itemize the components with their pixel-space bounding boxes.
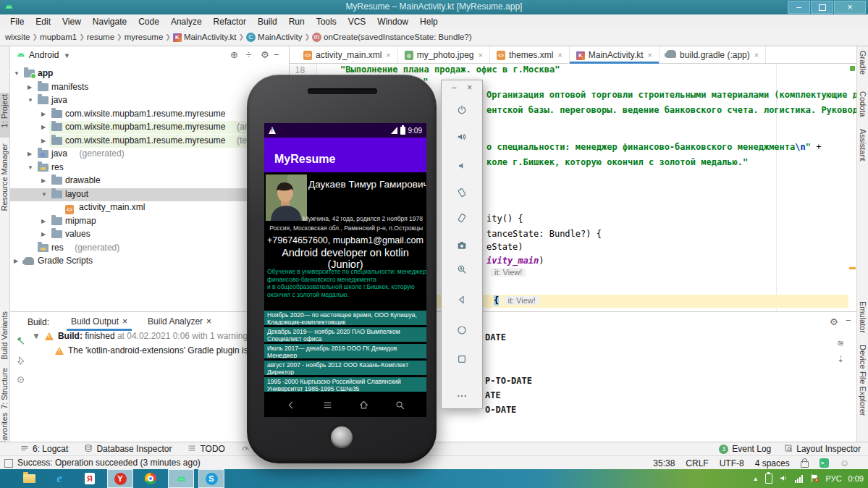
chevron-expanded-icon[interactable]: ▼ xyxy=(28,97,33,104)
pin-icon[interactable] xyxy=(15,355,25,365)
tool-window-corner-icon[interactable] xyxy=(4,459,13,468)
emulator-zoom-button[interactable] xyxy=(453,261,471,278)
caret-position[interactable]: 35:38 xyxy=(653,458,675,468)
breadcrumb-item[interactable]: wixsite xyxy=(3,33,33,41)
tab-my_photo-jpeg[interactable]: ◍my_photo.jpeg× xyxy=(398,46,490,63)
soft-wrap-icon[interactable]: ≋ xyxy=(837,338,844,348)
breadcrumb-item[interactable]: mupbam1 xyxy=(38,33,79,41)
emulator-home-button[interactable] xyxy=(453,321,471,339)
emulator-overview-button[interactable] xyxy=(453,350,471,368)
phone-back-button[interactable] xyxy=(286,400,297,413)
tray-expand-icon[interactable]: ▲ xyxy=(753,476,759,482)
chevron-collapsed-icon[interactable]: ▶ xyxy=(41,177,46,184)
settings-gear-icon[interactable]: ⚙ xyxy=(261,49,269,60)
sidebar-item-gradle[interactable]: Gradle xyxy=(859,51,867,75)
scroll-to-end-icon[interactable]: ⇣ xyxy=(837,354,844,364)
menu-item-refactor[interactable]: Refactor xyxy=(208,17,252,27)
emulator-back-button[interactable] xyxy=(453,291,471,308)
chevron-collapsed-icon[interactable]: ▶ xyxy=(41,231,46,237)
tab-mainactivity-kt[interactable]: KMainActivity.kt× xyxy=(570,46,660,63)
emulator-rotate-right-button[interactable] xyxy=(453,209,471,227)
menu-item-file[interactable]: File xyxy=(4,17,30,27)
breadcrumb-item[interactable]: monCreate(savedInstanceState: Bundle?) xyxy=(310,32,474,42)
close-tab-icon[interactable]: × xyxy=(479,51,483,59)
sidebar-item-7-structure[interactable]: 7: Structure xyxy=(0,368,9,409)
tool-tab-6-logcat[interactable]: 6: Logcat xyxy=(20,444,68,455)
phone-home-button[interactable] xyxy=(358,400,369,413)
menu-item-edit[interactable]: Edit xyxy=(30,17,56,27)
emulator-more-button[interactable] xyxy=(453,387,471,405)
close-tab-icon[interactable]: × xyxy=(754,51,759,59)
sidebar-item-codota[interactable]: Codota xyxy=(859,91,867,117)
menu-item-navigate[interactable]: Navigate xyxy=(87,17,132,27)
menu-item-build[interactable]: Build xyxy=(252,17,283,27)
indent-setting[interactable]: 4 spaces xyxy=(755,458,790,468)
menu-item-tools[interactable]: Tools xyxy=(311,17,342,27)
emulator-screenshot-button[interactable] xyxy=(453,237,471,254)
volume-icon[interactable] xyxy=(779,474,788,484)
tab-themes-xml[interactable]: <>themes.xml× xyxy=(490,46,570,63)
tree-item-manifests[interactable]: ▶manifests xyxy=(10,81,290,94)
tool-tab-database-inspector[interactable]: Database Inspector xyxy=(84,444,172,455)
close-tab-icon[interactable]: × xyxy=(557,51,562,59)
close-tab-icon[interactable]: × xyxy=(648,51,652,59)
menu-item-window[interactable]: Window xyxy=(371,17,414,27)
chevron-collapsed-icon[interactable]: ▶ xyxy=(28,84,32,91)
menu-item-vcs[interactable]: VCS xyxy=(342,17,372,27)
emulator-volume-down-button[interactable] xyxy=(453,157,471,174)
keyboard-language[interactable]: РУС xyxy=(826,474,842,483)
line-ending[interactable]: CRLF xyxy=(686,458,708,468)
build-tree-row[interactable]: The 'kotlin-android-extensions' Gradle p… xyxy=(55,345,273,356)
emulator-screen[interactable]: 9:09 MyResume Даукаев Тимур Г xyxy=(264,123,426,417)
sidebar-item-emulator[interactable]: Emulator xyxy=(859,301,867,333)
network-signal-icon[interactable] xyxy=(795,475,803,483)
chevron-collapsed-icon[interactable]: ▶ xyxy=(41,218,46,224)
maximize-button[interactable] xyxy=(811,1,833,14)
tool-tab-todo[interactable]: TODO xyxy=(187,444,224,455)
build-hammer-icon[interactable] xyxy=(15,335,25,345)
sidebar-item-assistant[interactable]: Assistant xyxy=(859,129,867,161)
tree-item-app[interactable]: ▼app xyxy=(10,67,290,80)
taskbar-app-skype-icon[interactable]: S xyxy=(204,471,219,486)
battery-icon[interactable] xyxy=(765,474,772,484)
project-view-select[interactable]: Android xyxy=(29,50,59,60)
settings-gear-icon[interactable]: ⚙ xyxy=(830,316,838,327)
phone-menu-button[interactable] xyxy=(322,400,333,413)
menu-item-code[interactable]: Code xyxy=(132,17,165,27)
chevron-collapsed-icon[interactable]: ▶ xyxy=(41,111,46,117)
taskbar-app-yandex-browser-icon[interactable]: Y xyxy=(113,471,127,486)
close-button[interactable]: × xyxy=(834,1,866,14)
collapse-all-icon[interactable]: ÷ xyxy=(246,49,251,60)
taskbar-app-file-explorer-icon[interactable] xyxy=(22,471,36,486)
menu-item-run[interactable]: Run xyxy=(283,17,311,27)
codota-icon[interactable]: >_ xyxy=(819,458,829,468)
phone-search-button[interactable] xyxy=(395,400,405,413)
action-center-flag-icon[interactable] xyxy=(809,473,819,484)
close-tab-icon[interactable]: × xyxy=(122,316,127,327)
emulator-power-button[interactable] xyxy=(453,101,471,119)
chevron-expanded-icon[interactable]: ▼ xyxy=(41,191,47,198)
emulator-rotate-left-button[interactable] xyxy=(453,184,471,201)
close-tab-icon[interactable]: × xyxy=(206,316,211,327)
sidebar-item-device-file-explorer[interactable]: Device File Explorer xyxy=(859,345,867,416)
filter-icon[interactable] xyxy=(15,374,25,384)
breadcrumb-item[interactable]: myresume xyxy=(122,33,166,41)
hide-panel-icon[interactable]: − xyxy=(274,49,279,60)
taskbar-app-android-studio-icon[interactable] xyxy=(174,471,188,486)
taskbar-app-yandex-icon[interactable]: Я xyxy=(83,471,97,486)
gradle-daemon-icon[interactable]: ☺ xyxy=(840,458,849,468)
chevron-expanded-icon[interactable]: ▼ xyxy=(28,164,33,171)
menu-item-help[interactable]: Help xyxy=(414,17,444,27)
tool-tab-event-log[interactable]: 3Event Log xyxy=(719,444,771,454)
emulator-minimize-button[interactable]: – xyxy=(452,83,457,93)
emulator-close-button[interactable]: × xyxy=(467,83,472,93)
build-tree-row[interactable]: ▼Build: finished at 04.02.2021 0:06 with… xyxy=(32,331,248,341)
hide-panel-icon[interactable]: − xyxy=(846,315,851,326)
chevron-expanded-icon[interactable]: ▼ xyxy=(14,70,20,77)
sidebar-item-resource-manager[interactable]: Resource Manager xyxy=(0,143,9,211)
emulator-volume-up-button[interactable] xyxy=(453,128,471,146)
close-tab-icon[interactable]: × xyxy=(386,51,390,59)
clock[interactable]: 0:09 xyxy=(848,474,864,483)
minimize-button[interactable]: – xyxy=(788,1,810,14)
menu-item-view[interactable]: View xyxy=(56,17,87,27)
